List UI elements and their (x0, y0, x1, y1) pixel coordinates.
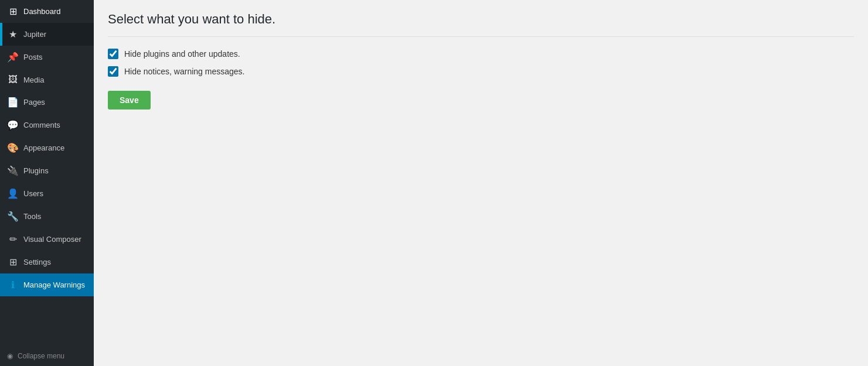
save-button[interactable]: Save (108, 91, 151, 110)
settings-icon: ⊞ (7, 256, 19, 268)
collapse-menu-label: Collapse menu (18, 352, 64, 360)
users-icon: 👤 (7, 188, 19, 199)
sidebar-item-plugins[interactable]: 🔌 Plugins (0, 159, 94, 182)
vc-icon: ✏ (7, 234, 19, 245)
sidebar-item-tools[interactable]: 🔧 Tools (0, 205, 94, 228)
hide-notices-label[interactable]: Hide notices, warning messages. (124, 67, 244, 76)
warn-icon: ℹ (7, 279, 19, 290)
sidebar-item-manage-warnings[interactable]: ℹ Manage Warnings (0, 273, 94, 296)
comments-icon: 💬 (7, 119, 19, 131)
tools-icon: 🔧 (7, 211, 19, 222)
sidebar-item-comments[interactable]: 💬 Comments (0, 114, 94, 136)
sidebar-item-pages[interactable]: 📄 Pages (0, 91, 94, 114)
main-content: Select what you want to hide. Hide plugi… (94, 0, 868, 366)
collapse-menu-button[interactable]: ◉ Collapse menu (0, 346, 94, 366)
star-icon (7, 29, 19, 40)
hide-notices-checkbox[interactable] (108, 66, 118, 77)
media-icon: 🖼 (7, 74, 19, 85)
dashboard-icon (7, 6, 19, 17)
sidebar-item-label: Users (23, 189, 43, 198)
collapse-icon: ◉ (7, 352, 13, 360)
divider (108, 36, 854, 37)
sidebar-item-label: Posts (23, 53, 43, 61)
sidebar-item-label: Visual Composer (23, 235, 81, 244)
sidebar-item-appearance[interactable]: 🎨 Appearance (0, 136, 94, 159)
sidebar-item-label: Pages (23, 98, 45, 107)
sidebar-item-settings[interactable]: ⊞ Settings (0, 251, 94, 273)
sidebar-item-label: Comments (23, 121, 60, 129)
checkbox-row-hide-plugins: Hide plugins and other updates. (108, 49, 854, 59)
sidebar-item-jupiter[interactable]: Jupiter (0, 23, 94, 46)
sidebar-item-label: Dashboard (23, 7, 61, 16)
sidebar-item-label: Media (23, 76, 44, 84)
pages-icon: 📄 (7, 97, 19, 108)
plugins-icon: 🔌 (7, 165, 19, 176)
sidebar-item-users[interactable]: 👤 Users (0, 182, 94, 205)
sidebar-item-label: Settings (23, 258, 51, 266)
sidebar-item-label: Plugins (23, 166, 49, 175)
sidebar-item-label: Manage Warnings (23, 281, 85, 289)
sidebar-item-media[interactable]: 🖼 Media (0, 69, 94, 91)
sidebar-item-label: Appearance (23, 143, 64, 152)
sidebar: Dashboard Jupiter 📌 Posts 🖼 Media 📄 Page… (0, 0, 94, 366)
hide-plugins-checkbox[interactable] (108, 49, 118, 59)
sidebar-item-posts[interactable]: 📌 Posts (0, 46, 94, 69)
sidebar-item-dashboard[interactable]: Dashboard (0, 0, 94, 23)
appearance-icon: 🎨 (7, 142, 19, 153)
sidebar-item-label: Tools (23, 212, 41, 221)
hide-plugins-label[interactable]: Hide plugins and other updates. (124, 49, 240, 59)
sidebar-item-visual-composer[interactable]: ✏ Visual Composer (0, 228, 94, 251)
sidebar-item-label: Jupiter (23, 30, 46, 39)
checkbox-row-hide-notices: Hide notices, warning messages. (108, 66, 854, 77)
page-title: Select what you want to hide. (108, 12, 854, 27)
posts-icon: 📌 (7, 52, 19, 63)
